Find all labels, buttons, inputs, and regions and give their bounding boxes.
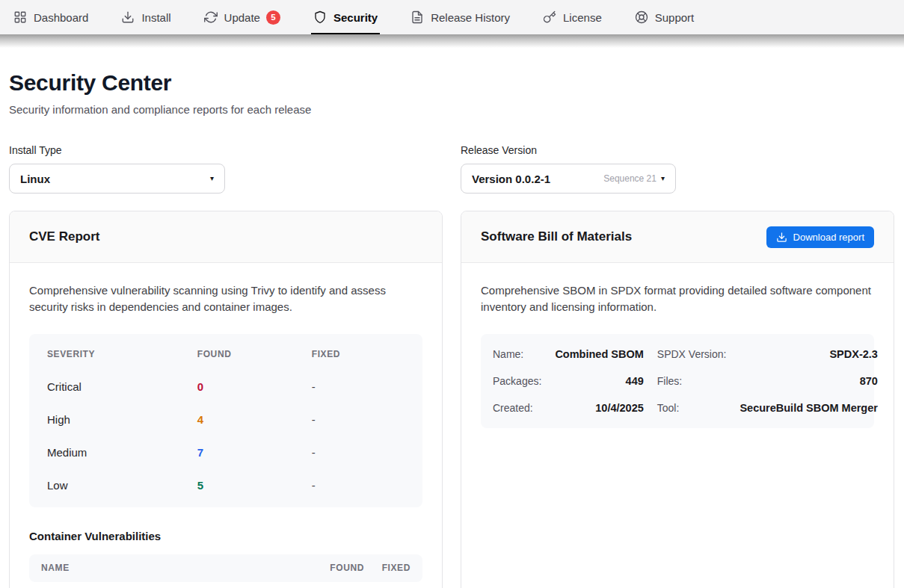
tab-label: Update (224, 11, 260, 24)
detail-label: Packages: (493, 368, 541, 394)
release-version-filter: Release Version Version 0.0.2-1 Sequence… (461, 144, 894, 194)
column-header: FIXED (312, 349, 405, 359)
tab-support[interactable]: Support (635, 0, 695, 34)
severity-label: High (47, 413, 197, 426)
install-type-value: Linux (20, 173, 50, 185)
detail-label: Tool: (657, 394, 727, 421)
severity-label: Low (47, 479, 197, 492)
severity-table: SEVERITY FOUND FIXED Critical 0 - High 4… (29, 334, 422, 507)
cve-description: Comprehensive vulnerability scanning usi… (29, 282, 422, 315)
sbom-card-title: Software Bill of Materials (481, 229, 632, 244)
sbom-card-body: Comprehensive SBOM in SPDX format provid… (461, 263, 894, 448)
detail-label: Name: (493, 341, 541, 368)
column-header: FOUND (197, 349, 312, 359)
page-title: Security Center (9, 70, 895, 96)
column-header: FIXED (364, 563, 411, 573)
detail-value: SecureBuild SBOM Merger (740, 394, 878, 421)
sbom-card-header: Software Bill of Materials Download repo… (461, 211, 894, 263)
sbom-details-grid: Name: Combined SBOM SPDX Version: SPDX-2… (481, 334, 874, 428)
tab-update[interactable]: Update 5 (204, 0, 280, 34)
cve-report-card: CVE Report Comprehensive vulnerability s… (9, 211, 443, 588)
tab-license[interactable]: License (543, 0, 602, 34)
install-type-select[interactable]: Linux ▾ (9, 164, 225, 194)
tab-label: Release History (431, 11, 510, 24)
detail-label: Files: (657, 368, 727, 394)
tab-label: Security (333, 11, 378, 24)
release-version-select[interactable]: Version 0.0.2-1 Sequence 21 ▾ (461, 164, 676, 194)
table-row: Critical 0 - (29, 371, 422, 403)
tab-release-history[interactable]: Release History (411, 0, 510, 34)
severity-label: Critical (47, 380, 197, 393)
tab-install[interactable]: Install (121, 0, 170, 34)
download-icon (121, 10, 135, 24)
found-count: 4 (197, 413, 312, 426)
found-count: 5 (197, 479, 312, 492)
found-count: 7 (197, 446, 312, 459)
detail-label: SPDX Version: (657, 341, 727, 368)
fixed-count: - (312, 380, 405, 393)
found-count: 0 (197, 380, 312, 393)
tab-label: Support (655, 11, 695, 24)
fixed-count: - (312, 446, 405, 459)
filters-row: Install Type Linux ▾ Release Version Ver… (9, 144, 895, 194)
document-icon (411, 10, 424, 24)
cards-row: CVE Report Comprehensive vulnerability s… (9, 211, 895, 588)
shield-icon (313, 10, 327, 24)
detail-value: SPDX-2.3 (740, 341, 878, 368)
top-navigation: Dashboard Install Update 5 Security Rele… (0, 0, 904, 34)
main-content: Security Center Security information and… (0, 70, 904, 588)
chevron-down-icon: ▾ (661, 175, 665, 182)
key-icon (543, 10, 556, 24)
dashboard-grid-icon (13, 10, 27, 24)
detail-value: 870 (740, 368, 878, 394)
tab-label: Install (141, 11, 170, 24)
lifebuoy-icon (635, 10, 648, 24)
tab-dashboard[interactable]: Dashboard (13, 0, 88, 34)
cve-card-header: CVE Report (10, 211, 442, 263)
detail-value: 449 (555, 368, 643, 394)
nav-scroll-shadow (0, 34, 904, 48)
chevron-down-icon: ▾ (210, 175, 214, 182)
release-version-label: Release Version (461, 144, 894, 156)
cve-card-title: CVE Report (29, 229, 99, 244)
cve-card-body: Comprehensive vulnerability scanning usi… (10, 263, 442, 588)
column-header: NAME (41, 563, 295, 573)
download-report-button[interactable]: Download report (766, 226, 874, 248)
install-type-label: Install Type (9, 144, 443, 156)
fixed-count: - (312, 479, 405, 492)
severity-table-header: SEVERITY FOUND FIXED (29, 338, 422, 371)
sbom-description: Comprehensive SBOM in SPDX format provid… (481, 282, 874, 315)
install-type-filter: Install Type Linux ▾ (9, 144, 443, 194)
refresh-icon (204, 10, 218, 24)
detail-label: Created: (493, 394, 541, 421)
update-count-badge: 5 (266, 10, 280, 25)
container-vulnerabilities-table-header: NAME FOUND FIXED (29, 554, 422, 582)
column-header: SEVERITY (47, 349, 197, 359)
table-row: Medium 7 - (29, 436, 422, 469)
column-header: FOUND (295, 563, 364, 573)
tab-label: License (563, 11, 602, 24)
sequence-label: Sequence 21 (603, 173, 657, 184)
detail-value: Combined SBOM (555, 341, 643, 368)
tab-security[interactable]: Security (313, 0, 378, 34)
container-vulnerabilities-title: Container Vulnerabilities (29, 530, 422, 542)
release-version-value: Version 0.0.2-1 (472, 173, 550, 185)
page-subtitle: Security information and compliance repo… (9, 103, 895, 116)
tab-label: Dashboard (34, 11, 88, 24)
table-row: Low 5 - (29, 469, 422, 502)
table-row: High 4 - (29, 403, 422, 436)
download-icon (776, 232, 787, 243)
severity-label: Medium (47, 446, 197, 459)
sbom-card: Software Bill of Materials Download repo… (461, 211, 894, 588)
download-report-label: Download report (793, 232, 864, 243)
fixed-count: - (312, 413, 405, 426)
detail-value: 10/4/2025 (555, 394, 643, 421)
